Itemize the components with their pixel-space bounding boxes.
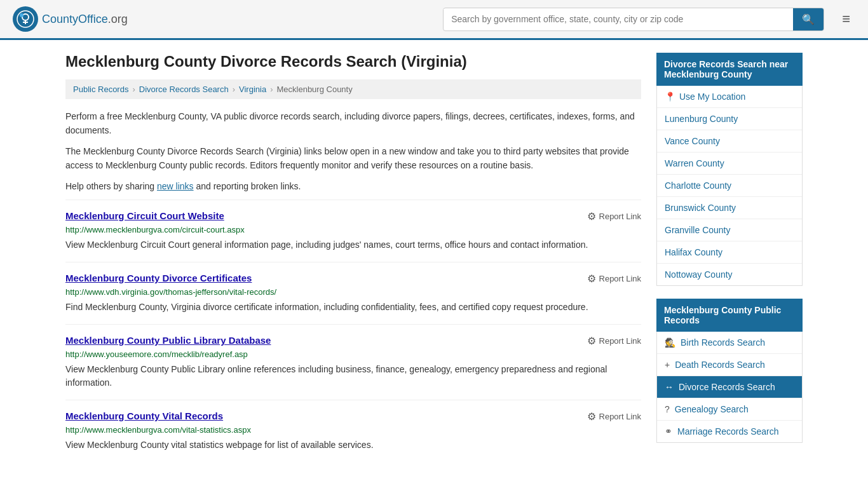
svg-point-4 [20,13,24,17]
report-link-3[interactable]: ⚙ Report Link [587,410,641,423]
resource-url-0[interactable]: http://www.mecklenburgva.com/circuit-cou… [65,225,641,234]
nearby-county-link-2[interactable]: Warren County [665,158,724,168]
resource-title-1[interactable]: Mecklenburg County Divorce Certificates [65,273,252,283]
public-record-icon-4: ⚭ [665,426,672,437]
resource-desc-3: View Mecklenburg County vital statistics… [65,438,641,452]
public-record-link-3[interactable]: Genealogy Search [675,404,749,414]
nearby-counties-list: Lunenburg CountyVance CountyWarren Count… [657,108,802,285]
nearby-county-item[interactable]: Granville County [657,219,802,241]
resource-url-3[interactable]: http://www.mecklenburgva.com/vital-stati… [65,425,641,435]
public-record-link-1[interactable]: Death Records Search [675,360,765,370]
nearby-county-link-0[interactable]: Lunenburg County [665,114,738,124]
nearby-county-link-6[interactable]: Halifax County [665,247,722,257]
nearby-county-link-1[interactable]: Vance County [665,136,720,146]
resource-desc-2: View Mecklenburg County Public Library o… [65,363,641,390]
sidebar-nearby-title: Divorce Records Search near Mecklenburg … [656,53,803,86]
resource-desc-1: Find Mecklenburg County, Virginia divorc… [65,301,641,314]
sidebar-public-records-title: Mecklenburg County Public Records [656,299,803,332]
search-bar: 🔍 [443,8,824,31]
logo-icon [13,6,38,32]
resource-header: Mecklenburg County Divorce Certificates … [65,273,641,285]
breadcrumb-public-records[interactable]: Public Records [73,85,128,94]
public-record-icon-3: ? [665,404,670,414]
resource-header: Mecklenburg County Public Library Databa… [65,335,641,347]
sidebar-nearby-list: 📍 Use My Location Lunenburg CountyVance … [656,86,803,286]
resource-header: Mecklenburg Circuit Court Website ⚙ Repo… [65,210,641,222]
public-record-icon-1: + [665,360,670,370]
nearby-county-link-7[interactable]: Nottoway County [665,269,733,280]
public-record-icon-2: ↔ [665,382,674,392]
sidebar-nearby-section: Divorce Records Search near Mecklenburg … [656,53,803,286]
resource-title-0[interactable]: Mecklenburg Circuit Court Website [65,210,224,221]
resource-item: Mecklenburg Circuit Court Website ⚙ Repo… [65,200,641,262]
resource-item: Mecklenburg County Public Library Databa… [65,324,641,400]
share-description: Help others by sharing new links and rep… [65,179,641,193]
nearby-county-link-3[interactable]: Charlotte County [665,180,731,191]
nearby-county-link-5[interactable]: Granville County [665,225,731,235]
breadcrumb-sep-2: › [233,85,235,94]
use-location-link[interactable]: Use My Location [679,92,745,102]
page-title: Mecklenburg County Divorce Records Searc… [65,53,641,71]
report-icon-2: ⚙ [587,335,596,347]
public-record-link-4[interactable]: Marriage Records Search [677,426,779,437]
report-icon-0: ⚙ [587,210,596,222]
public-record-item[interactable]: + Death Records Search [657,354,802,376]
breadcrumb-divorce-records[interactable]: Divorce Records Search [139,85,229,94]
resource-url-1[interactable]: http://www.vdh.virginia.gov/thomas-jeffe… [65,287,641,297]
public-record-item[interactable]: 🕵 Birth Records Search [657,332,802,354]
public-record-item[interactable]: ? Genealogy Search [657,398,802,421]
nearby-county-item[interactable]: Warren County [657,152,802,175]
public-record-item[interactable]: ⚭ Marriage Records Search [657,421,802,442]
report-link-1[interactable]: ⚙ Report Link [587,273,641,285]
content-area: Mecklenburg County Divorce Records Searc… [65,53,641,462]
intro-description: Perform a free Mecklenburg County, VA pu… [65,109,641,138]
report-icon-3: ⚙ [587,410,596,423]
svg-point-0 [17,11,34,27]
public-record-item[interactable]: ↔ Divorce Records Search [657,376,802,398]
menu-button[interactable]: ≡ [837,8,855,30]
report-link-0[interactable]: ⚙ Report Link [587,210,641,222]
nearby-county-item[interactable]: Nottoway County [657,264,802,285]
nearby-county-link-4[interactable]: Brunswick County [665,203,736,213]
nearby-county-item[interactable]: Charlotte County [657,175,802,197]
breadcrumb-virginia[interactable]: Virginia [239,85,266,94]
search-input[interactable] [444,9,793,29]
logo[interactable]: CountyOffice.org [13,6,128,32]
new-links-link[interactable]: new links [157,181,194,191]
breadcrumb: Public Records › Divorce Records Search … [65,79,641,99]
report-link-2[interactable]: ⚙ Report Link [587,335,641,347]
breadcrumb-sep-3: › [270,85,273,94]
resources-list: Mecklenburg Circuit Court Website ⚙ Repo… [65,200,641,462]
nearby-county-item[interactable]: Halifax County [657,241,802,264]
public-record-link-2[interactable]: Divorce Records Search [679,382,775,392]
nearby-county-item[interactable]: Vance County [657,130,802,152]
sidebar-public-records-section: Mecklenburg County Public Records 🕵 Birt… [656,299,803,443]
report-icon-1: ⚙ [587,273,596,285]
main-container: Mecklenburg County Divorce Records Searc… [53,40,815,475]
nearby-county-item[interactable]: Brunswick County [657,197,802,219]
breadcrumb-sep-1: › [132,85,135,94]
pin-icon: 📍 [665,92,675,102]
public-record-icon-0: 🕵 [665,337,675,348]
use-location-item[interactable]: 📍 Use My Location [657,86,802,108]
sidebar-public-records-list: 🕵 Birth Records Search + Death Records S… [656,332,803,443]
details-description: The Mecklenburg County Divorce Records S… [65,144,641,173]
resource-title-3[interactable]: Mecklenburg County Vital Records [65,410,223,421]
resource-item: Mecklenburg County Divorce Certificates … [65,262,641,324]
resource-url-2[interactable]: http://www.youseemore.com/mecklib/readyr… [65,349,641,359]
resource-item: Mecklenburg County Vital Records ⚙ Repor… [65,400,641,462]
resource-header: Mecklenburg County Vital Records ⚙ Repor… [65,410,641,423]
public-records-items: 🕵 Birth Records Search + Death Records S… [657,332,802,442]
search-button[interactable]: 🔍 [793,8,824,30]
logo-text: CountyOffice.org [42,13,128,26]
nearby-county-item[interactable]: Lunenburg County [657,108,802,130]
sidebar: Divorce Records Search near Mecklenburg … [656,53,803,462]
breadcrumb-current: Mecklenburg County [276,85,352,94]
header: CountyOffice.org 🔍 ≡ [0,0,868,40]
resource-desc-0: View Mecklenburg Circuit Court general i… [65,238,641,252]
resource-title-2[interactable]: Mecklenburg County Public Library Databa… [65,335,271,346]
public-record-link-0[interactable]: Birth Records Search [681,337,765,348]
